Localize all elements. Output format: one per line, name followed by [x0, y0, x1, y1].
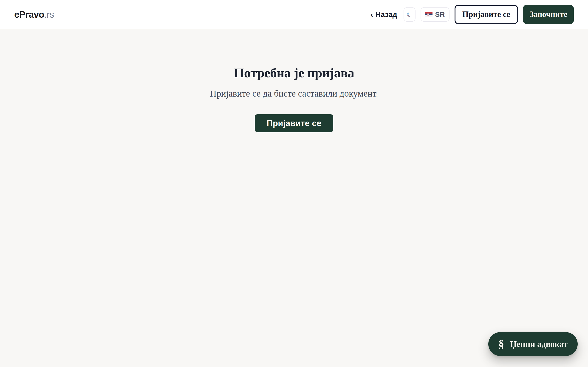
back-link[interactable]: ‹ Назад: [371, 10, 397, 19]
logo-suffix: .rs: [44, 9, 54, 20]
language-code-label: SR: [435, 10, 445, 18]
header-start-button[interactable]: Започните: [523, 5, 574, 24]
moon-icon: ☾: [406, 11, 413, 18]
section-sign-icon: §: [498, 338, 504, 350]
header: ePravo.rs ‹ Назад ☾ SR Пријавите се Запо…: [0, 0, 588, 29]
back-label: Назад: [375, 10, 397, 19]
theme-toggle-button[interactable]: ☾: [404, 7, 415, 22]
logo-primary: ePravo: [14, 9, 44, 20]
header-signin-button[interactable]: Пријавите се: [455, 5, 518, 24]
chevron-left-icon: ‹: [371, 10, 373, 18]
pocket-lawyer-button[interactable]: § Џепни адвокат: [488, 332, 578, 356]
pocket-lawyer-label: Џепни адвокат: [510, 339, 568, 349]
page-subtitle: Пријавите се да бисте саставили документ…: [0, 87, 588, 100]
header-nav: ‹ Назад ☾ SR Пријавите се Започните: [371, 5, 574, 24]
page-title: Потребна је пријава: [0, 65, 588, 81]
language-button[interactable]: SR: [421, 7, 450, 22]
signin-cta-button[interactable]: Пријавите се: [255, 114, 333, 132]
serbia-flag-icon: [425, 12, 432, 17]
main-content: Потребна је пријава Пријавите се да бист…: [0, 30, 588, 132]
logo[interactable]: ePravo.rs: [14, 9, 54, 20]
